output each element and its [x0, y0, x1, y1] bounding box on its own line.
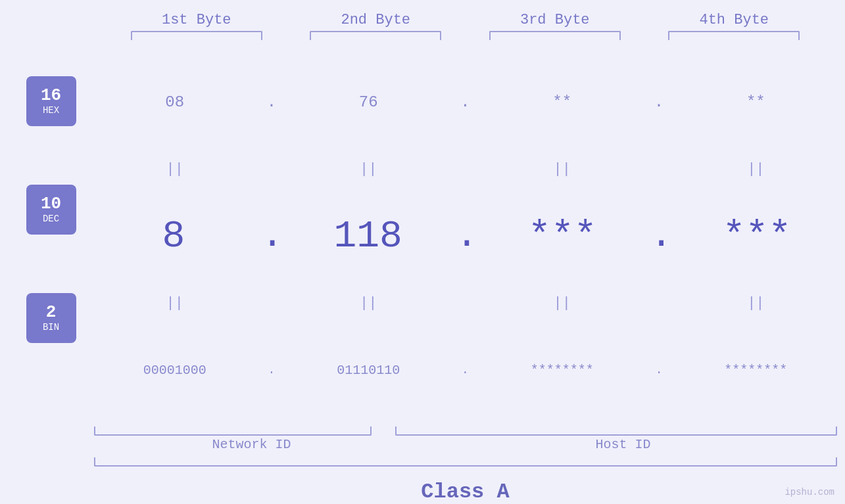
sep-row-1: || || || ||: [94, 157, 837, 181]
byte4-label: 4th Byte: [662, 12, 806, 28]
dec-dot3: .: [650, 217, 669, 255]
sep2-b1: ||: [103, 295, 247, 311]
sep2-b3: ||: [490, 295, 635, 311]
hex-row: 08 . 76 . ** . **: [94, 47, 837, 157]
hex-b4: **: [683, 93, 828, 111]
id-labels-row: Network ID Host ID: [94, 437, 837, 452]
hex-dot3: .: [652, 93, 666, 111]
hex-dot2: .: [458, 93, 472, 111]
bracket-byte4: [668, 31, 800, 40]
sep2-b4: ||: [683, 295, 828, 311]
bin-dot1: .: [264, 363, 279, 377]
bin-dot2: .: [458, 363, 472, 377]
dec-b2: 118: [296, 215, 441, 258]
hex-dot1: .: [264, 93, 279, 111]
sep1-b1: ||: [103, 161, 247, 177]
dec-dot1: .: [261, 217, 281, 255]
hex-badge: 16 HEX: [26, 76, 76, 126]
sep1-b4: ||: [683, 161, 828, 177]
hex-badge-num: 16: [41, 87, 61, 104]
dec-badge: 10 DEC: [26, 185, 76, 235]
dec-badge-label: DEC: [43, 214, 59, 224]
bin-b4: ********: [683, 363, 828, 378]
bracket-byte2: [310, 31, 441, 40]
dec-b4: ***: [685, 215, 829, 258]
badges-column: 16 HEX 10 DEC 2 BIN: [9, 47, 94, 425]
bracket-byte3: [489, 31, 621, 40]
bin-dot3: .: [652, 363, 666, 377]
main-area: 16 HEX 10 DEC 2 BIN 08 . 76 . ** . **: [9, 47, 837, 425]
full-bottom-bracket: [94, 457, 837, 467]
watermark: ipshu.com: [785, 487, 834, 497]
class-row: Class A: [94, 480, 837, 504]
bin-badge-label: BIN: [43, 322, 59, 332]
bin-badge-num: 2: [46, 304, 57, 321]
sep-row-2: || || || ||: [94, 291, 837, 315]
sep1-b2: ||: [296, 161, 441, 177]
top-brackets: [107, 31, 824, 40]
main-container: 1st Byte 2nd Byte 3rd Byte 4th Byte 16 H…: [0, 0, 845, 504]
bin-b3: ********: [490, 363, 635, 378]
bin-badge: 2 BIN: [26, 293, 76, 343]
dec-row: 8 . 118 . *** . ***: [94, 181, 837, 291]
dec-b3: ***: [490, 215, 635, 258]
sep2-b2: ||: [296, 295, 441, 311]
data-grid: 08 . 76 . ** . ** || || || || 8 .: [94, 47, 837, 425]
class-label: Class A: [421, 480, 509, 504]
host-id-label: Host ID: [410, 437, 837, 452]
hex-badge-label: HEX: [43, 105, 59, 116]
bin-b1: 00001000: [103, 363, 247, 378]
dec-b1: 8: [101, 215, 246, 258]
network-id-label: Network ID: [94, 437, 410, 452]
bottom-brackets: [94, 426, 837, 436]
bin-b2: 01110110: [296, 363, 441, 378]
dec-badge-num: 10: [41, 195, 61, 212]
sep1-b3: ||: [490, 161, 635, 177]
byte-headers: 1st Byte 2nd Byte 3rd Byte 4th Byte: [107, 12, 824, 28]
byte1-label: 1st Byte: [124, 12, 269, 28]
byte3-label: 3rd Byte: [483, 12, 627, 28]
bin-row: 00001000 . 01110110 . ******** . *******…: [94, 315, 837, 425]
hex-b3: **: [490, 93, 635, 111]
dec-dot2: .: [455, 217, 475, 255]
bracket-byte1: [131, 31, 262, 40]
network-id-bracket: [94, 426, 372, 436]
byte2-label: 2nd Byte: [303, 12, 448, 28]
host-id-bracket: [395, 426, 837, 436]
hex-b2: 76: [296, 93, 441, 111]
hex-b1: 08: [103, 93, 247, 111]
